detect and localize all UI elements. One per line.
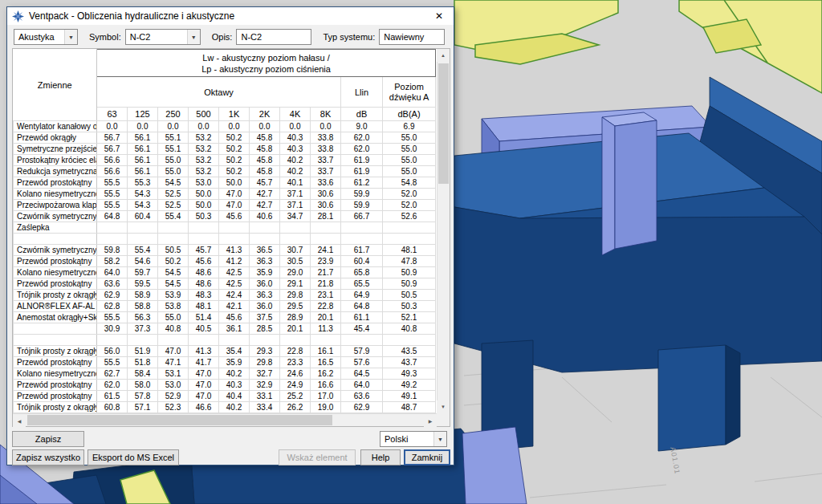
- row-value: 62.9: [97, 290, 128, 301]
- row-value: 55.1: [158, 144, 189, 155]
- row-label: ALNOR®FLEX AF-AL: [14, 301, 97, 312]
- row-value: 37.3: [128, 323, 158, 335]
- table-row[interactable]: Przewód prostokątny61.557.852.947.040.43…: [14, 391, 436, 402]
- row-value: 53.2: [189, 132, 219, 144]
- table-row[interactable]: Kolano niesymetryczne62.758.453.147.040.…: [14, 368, 436, 380]
- close-icon[interactable]: ✕: [425, 7, 454, 25]
- table-row[interactable]: Zaślepka: [14, 222, 436, 234]
- scroll-down-icon[interactable]: ▼: [437, 400, 450, 413]
- row-value: [250, 234, 280, 245]
- row-label: Trójnik prosty z okrągłym od: [14, 290, 97, 301]
- row-value: 29.5: [280, 301, 311, 312]
- scroll-left-icon[interactable]: ◀: [13, 414, 26, 427]
- row-value: 25.2: [280, 391, 311, 402]
- row-value: 56.6: [97, 155, 128, 166]
- row-value: 55.0: [383, 132, 436, 144]
- freq-column-header: 63: [97, 108, 128, 121]
- table-row[interactable]: ALNOR®FLEX AF-AL62.858.853.848.142.136.0…: [14, 301, 436, 312]
- row-value: 0.0: [250, 121, 280, 132]
- table-row[interactable]: Czwórnik symetryczny prosto59.855.450.54…: [14, 245, 436, 256]
- row-value: 49.3: [383, 368, 436, 380]
- freq-column-header: 125: [128, 108, 158, 121]
- table-row[interactable]: Wentylator kanałowy osio...0.00.00.00.00…: [14, 121, 436, 132]
- table-row[interactable]: Prostokątny króciec elastycz56.656.155.0…: [14, 155, 436, 166]
- row-value: 33.4: [250, 402, 280, 413]
- row-value: 45.7: [189, 245, 219, 256]
- symbol-select[interactable]: N-C2 ▼: [125, 29, 201, 45]
- table-row[interactable]: Anemostat okrągły+Skrzy...55.556.355.051…: [14, 312, 436, 323]
- row-value: 64.0: [341, 380, 383, 391]
- table-row[interactable]: [14, 234, 436, 245]
- acoustic-header-line1: Lw - akustyczny poziom hałasu /: [97, 52, 435, 63]
- vertical-scrollbar-thumb[interactable]: [438, 63, 449, 184]
- table-row[interactable]: Kolano niesymetryczne64.059.754.548.642.…: [14, 267, 436, 278]
- row-value: [189, 335, 219, 346]
- row-value: 61.2: [341, 177, 383, 189]
- table-row[interactable]: Redukcja symetryczna56.656.155.053.250.2…: [14, 166, 436, 177]
- row-value: 37.1: [280, 200, 311, 211]
- row-value: 28.5: [250, 323, 280, 335]
- mode-select[interactable]: Akustyka ▼: [14, 29, 78, 45]
- row-value: [158, 222, 189, 234]
- scroll-up-icon[interactable]: ▲: [437, 49, 450, 62]
- row-value: 52.9: [158, 391, 189, 402]
- vertical-scrollbar[interactable]: ▲ ▼: [437, 49, 450, 413]
- row-value: 55.0: [158, 312, 189, 323]
- row-value: 54.5: [158, 177, 189, 189]
- table-row[interactable]: Czwórnik symetryczny prosto64.860.455.45…: [14, 211, 436, 222]
- table-row[interactable]: Przewód prostokątny62.058.053.047.040.33…: [14, 380, 436, 391]
- table-row[interactable]: 30.937.340.840.536.128.520.111.345.440.8: [14, 323, 436, 335]
- mode-select-value: Akustyka: [14, 32, 64, 42]
- zapisz-button[interactable]: Zapisz: [12, 431, 84, 447]
- row-value: 50.5: [158, 245, 189, 256]
- freq-column-header: 4K: [280, 108, 311, 121]
- table-row[interactable]: Przewód okrągły56.756.155.153.250.245.84…: [14, 132, 436, 144]
- row-value: 36.5: [250, 245, 280, 256]
- row-value: 23.3: [280, 357, 311, 368]
- table-row[interactable]: Symetryczne przejście koło/56.756.155.15…: [14, 144, 436, 155]
- table-row[interactable]: Trójnik prosty z okrągłym od56.051.947.0…: [14, 346, 436, 357]
- row-value: 41.3: [219, 245, 250, 256]
- row-value: 36.3: [250, 290, 280, 301]
- row-value: [219, 222, 250, 234]
- table-row[interactable]: Przewód prostokątny58.254.650.245.641.23…: [14, 256, 436, 267]
- row-value: 57.6: [341, 357, 383, 368]
- table-row[interactable]: Przewód prostokątny55.555.354.553.050.04…: [14, 177, 436, 189]
- row-value: 54.3: [128, 200, 158, 211]
- table-row[interactable]: Trójnik prosty z okrągłym od62.958.953.9…: [14, 290, 436, 301]
- table-row[interactable]: Kolano niesymetryczne55.554.352.550.047.…: [14, 189, 436, 200]
- results-table-container: Zmienne Lw - akustyczny poziom hałasu / …: [12, 48, 450, 427]
- poziom-dzwieku-header: Poziom dźwięku A: [383, 77, 436, 108]
- table-row[interactable]: Przewód prostokątny63.659.554.548.642.53…: [14, 278, 436, 290]
- typ-systemu-field[interactable]: [379, 29, 445, 45]
- row-value: 64.8: [341, 301, 383, 312]
- row-value: 0.0: [97, 121, 128, 132]
- opis-field[interactable]: [236, 29, 311, 45]
- zapisz-wszystko-button[interactable]: Zapisz wszystko: [12, 449, 84, 465]
- row-value: 45.6: [219, 312, 250, 323]
- row-value: 50.5: [383, 290, 436, 301]
- row-value: 51.8: [128, 357, 158, 368]
- row-value: 50.3: [383, 301, 436, 312]
- eksport-excel-button[interactable]: Eksport do MS Excel: [87, 449, 179, 465]
- zamknij-button[interactable]: Zamknij: [404, 449, 450, 465]
- row-value: 40.8: [383, 323, 436, 335]
- language-select[interactable]: Polski ▼: [380, 431, 447, 447]
- horizontal-scrollbar-thumb[interactable]: [27, 415, 332, 425]
- dialog-titlebar[interactable]: Ventpack - Obliczenia hydrauliczne i aku…: [7, 7, 454, 25]
- table-row[interactable]: Przeciwpożarowa klapa odci55.554.352.550…: [14, 200, 436, 211]
- table-row[interactable]: [14, 335, 436, 346]
- row-value: 48.7: [383, 402, 436, 413]
- row-value: 0.0: [280, 121, 311, 132]
- scroll-right-icon[interactable]: ▶: [424, 414, 437, 427]
- row-value: 55.0: [158, 166, 189, 177]
- row-value: 53.0: [189, 177, 219, 189]
- row-value: 53.0: [158, 380, 189, 391]
- freq-column-header: 8K: [311, 108, 341, 121]
- row-value: 55.0: [383, 166, 436, 177]
- row-value: 59.5: [128, 278, 158, 290]
- table-row[interactable]: Trójnik prosty z okrągłym od60.857.152.3…: [14, 402, 436, 413]
- horizontal-scrollbar[interactable]: ◀ ▶: [13, 413, 437, 426]
- help-button[interactable]: Help: [360, 449, 401, 465]
- table-row[interactable]: Przewód prostokątny55.551.847.141.735.92…: [14, 357, 436, 368]
